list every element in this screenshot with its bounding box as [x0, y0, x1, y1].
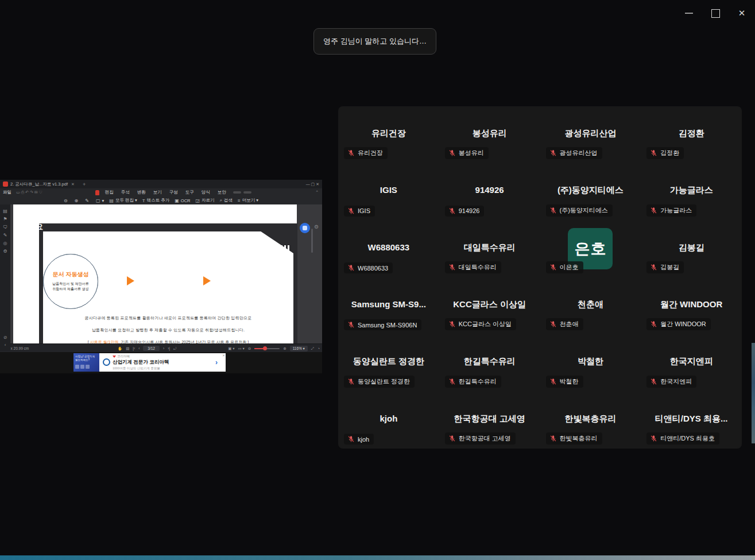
- pdf-menu-item[interactable]: 양식: [202, 190, 210, 195]
- fit-width-icon[interactable]: ▭ ▾: [238, 346, 245, 351]
- pdf-sidebar-icon[interactable]: ✎: [0, 231, 10, 239]
- participant-tile[interactable]: 광성유리산업 광성유리산업: [540, 106, 641, 163]
- zoom-slider[interactable]: [254, 348, 280, 349]
- participant-tile[interactable]: W6880633 W6880633: [338, 221, 439, 277]
- participant-label: 천춘애: [560, 320, 579, 329]
- participant-tile[interactable]: 김봉길 김봉길: [641, 221, 742, 277]
- pdf-tool-button[interactable]: ⌕ 검색: [220, 198, 233, 203]
- pdf-tab-close-icon[interactable]: ✕: [71, 182, 75, 187]
- pdf-menu-item[interactable]: 변환: [137, 190, 146, 195]
- pdf-tab-title[interactable]: 2. 공사다큐_납...자료 v1.3.pdf: [10, 181, 68, 187]
- participant-name: 914926: [439, 185, 540, 195]
- pdf-menu-item[interactable]: 도구: [185, 190, 194, 195]
- next-page-button[interactable]: ›: [163, 346, 164, 350]
- participant-tile[interactable]: 한길특수유리 한길특수유리: [439, 334, 540, 391]
- pdf-sidebar-bottom-icon[interactable]: ⊘: [3, 335, 7, 340]
- pdf-window-buttons[interactable]: — ▢ ✕: [306, 182, 322, 187]
- participant-tile[interactable]: 한국항공대 고세영 한국항공대 고세영: [439, 392, 540, 449]
- pdf-sidebar-icon[interactable]: 🗨: [0, 223, 10, 231]
- participant-tile[interactable]: kjoh kjoh: [338, 392, 439, 449]
- pdf-tool-button[interactable]: ⊖: [64, 198, 69, 203]
- pdf-sidebar-icon[interactable]: ⚙: [0, 247, 10, 255]
- select-tool-icon[interactable]: ▤: [126, 346, 129, 351]
- prev-page-button[interactable]: ‹: [138, 346, 140, 350]
- pdf-tool-button[interactable]: ✎: [85, 198, 91, 203]
- participant-tile[interactable]: 가능글라스 가능글라스: [641, 163, 742, 220]
- pdf-tool-button[interactable]: ⊕: [75, 198, 80, 203]
- active-speaker-text: 영주 김님이 말하고 있습니다…: [323, 36, 427, 47]
- rotate-icon[interactable]: ⤾: [173, 346, 176, 351]
- pdf-scrollbar-thumb[interactable]: [311, 229, 313, 253]
- fullscreen-icon[interactable]: ⤢: [311, 346, 314, 351]
- participant-tile[interactable]: 대일특수유리 대일특수유리: [439, 221, 540, 277]
- participant-tile[interactable]: 동양실란트 정경한 동양실란트 정경한: [338, 334, 439, 391]
- participant-tile[interactable]: (주)동양지티에스 (주)동양지티에스: [540, 163, 641, 220]
- participant-label-pill: 가능글라스: [646, 204, 696, 217]
- participant-label: Samsung SM-S906N: [358, 322, 417, 329]
- participant-tile[interactable]: 김정환 김정환: [641, 106, 742, 163]
- pdf-tool-button[interactable]: T 텍스트 추가: [142, 198, 169, 203]
- minimize-button[interactable]: [676, 0, 702, 26]
- participant-tile[interactable]: 티앤티/DYS 최용... 티앤티/DYS 최용호: [641, 392, 742, 449]
- pdf-tool-button[interactable]: ▢ ▾: [96, 198, 104, 203]
- pdf-tool-button[interactable]: ▤ 모두 편집 ▾: [109, 198, 137, 203]
- participant-tile[interactable]: 한빛복층유리 한빛복층유리: [540, 392, 641, 449]
- ad-banner[interactable]: 사장님! 공장기계 필요하세요? 코리아텍 산업기계 전문가 코리아텍 1000…: [73, 353, 226, 372]
- pdf-menu-item[interactable]: 편집: [105, 190, 114, 195]
- fit-page-icon[interactable]: ▣ ▾: [228, 346, 234, 351]
- zoom-out-button[interactable]: ⊖: [248, 346, 251, 351]
- pdf-tool-button[interactable]: ▣ OCR: [175, 198, 190, 203]
- last-page-button[interactable]: ›|: [168, 346, 170, 350]
- participant-label: KCC글라스 이상일: [459, 320, 512, 329]
- pdf-sidebar-bottom-icon[interactable]: ‹: [5, 342, 6, 347]
- pdf-menu-item[interactable]: 주석: [121, 190, 130, 195]
- first-page-button[interactable]: |‹: [133, 346, 135, 350]
- zoom-level-box[interactable]: 116% ▾: [290, 346, 308, 352]
- pdf-sidebar-icon[interactable]: ◎: [0, 239, 10, 247]
- process-step-circle: 문서 자동생성 납품확인서 및 제반서류 취합하여 제출서류 생성: [43, 254, 98, 309]
- pdf-menu-item[interactable]: 구성: [169, 190, 178, 195]
- participant-label-pill: 동양실란트 정경한: [344, 376, 415, 388]
- hand-tool-icon[interactable]: ✋: [118, 346, 122, 351]
- participant-name: 유리건장: [338, 128, 439, 139]
- floating-widget-button[interactable]: [300, 223, 310, 233]
- close-button[interactable]: ✕: [729, 0, 755, 26]
- participant-label-pill: 한길특수유리: [445, 376, 501, 388]
- pdf-sidebar-icon[interactable]: ▤: [0, 207, 10, 215]
- pdf-tool-button[interactable]: ◲ 자르기: [196, 198, 215, 203]
- zoom-in-button[interactable]: ⊕: [283, 346, 286, 351]
- pdf-menu-file[interactable]: 파일: [3, 190, 11, 195]
- maximize-button[interactable]: [702, 0, 729, 26]
- participant-tile[interactable]: 유리건장 유리건장: [338, 106, 439, 163]
- participant-tile[interactable]: IGIS IGIS: [338, 163, 439, 220]
- pdf-quick-actions[interactable]: ▭ ⎙ ↶ ↷ ✉ ♡: [16, 190, 42, 195]
- participant-tile[interactable]: 박철한 박철한: [540, 334, 641, 391]
- gear-icon[interactable]: ⚙: [314, 224, 319, 230]
- participant-tile[interactable]: 914926 914926: [439, 163, 540, 220]
- view-mode-icon[interactable]: ◔: [318, 346, 320, 350]
- participant-tile[interactable]: Samsung SM-S9... Samsung SM-S906N: [338, 277, 439, 334]
- pdf-tool-button[interactable]: ≡ 더보기 ▾: [238, 198, 258, 203]
- pdf-dim-items: [233, 191, 251, 194]
- minimize-icon: [685, 13, 693, 14]
- participant-tile[interactable]: 봉성유리 봉성유리: [439, 106, 540, 163]
- ad-next-button[interactable]: ›: [215, 358, 218, 366]
- participant-tile[interactable]: KCC글라스 이상일 KCC글라스 이상일: [439, 277, 540, 334]
- participant-label-pill: 한국항공대 고세영: [445, 432, 516, 445]
- participant-tile[interactable]: 은호 이은호: [540, 221, 641, 277]
- zoom-slider-knob[interactable]: [263, 346, 267, 350]
- step-description: 납품확인서 및 제반서류 취합하여 제출서류 생성: [52, 281, 88, 292]
- close-icon: ✕: [738, 8, 746, 18]
- pdf-menu-item[interactable]: 보안: [218, 190, 226, 195]
- pdf-menu-item[interactable]: 보기: [153, 190, 162, 195]
- pdf-collapse-icon[interactable]: ⌃: [315, 190, 319, 195]
- pdf-sidebar-icon[interactable]: ⚑: [0, 215, 10, 223]
- participant-tile[interactable]: 천춘애 천춘애: [540, 277, 641, 334]
- participant-tile[interactable]: 월간 WINDOOR 월간 WINDOOR: [641, 277, 742, 334]
- ad-close-icon[interactable]: ✕: [222, 353, 225, 357]
- pdf-new-tab-button[interactable]: +: [83, 181, 86, 187]
- participant-tile[interactable]: 한국지엔피 한국지엔피: [641, 334, 742, 391]
- page-number-box[interactable]: 3/12: [143, 346, 160, 351]
- participant-label: 티앤티/DYS 최용호: [660, 434, 715, 443]
- pdf-app-icon: [3, 181, 8, 187]
